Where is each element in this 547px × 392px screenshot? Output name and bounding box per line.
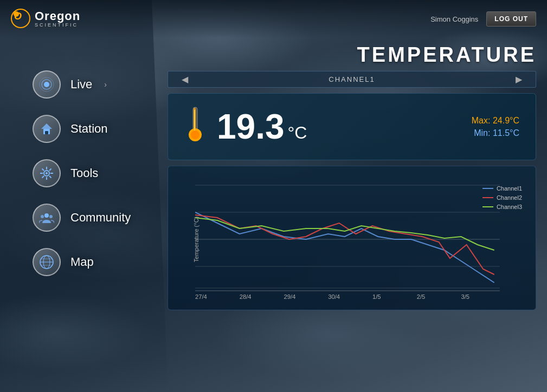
legend-line-channel3 [482,206,493,207]
community-label: Community [70,211,131,225]
temperature-value: 19.3 [217,109,285,144]
svg-line-14 [49,169,52,171]
channel-next-button[interactable]: ▶ [507,74,530,84]
legend-channel2: Channel2 [482,194,522,201]
header-right: Simon Coggins LOG OUT [430,11,536,27]
main-content: TEMPERATURE ◀ CHANNEL1 ▶ 19.3 °C Max: 24… [168,43,536,310]
svg-point-0 [44,82,49,87]
logout-button[interactable]: LOG OUT [486,11,536,27]
station-icon [33,115,61,143]
logo-text: Oregon SCIENTIFIC [35,10,80,28]
map-icon [33,248,61,276]
max-value: 24.9°C [493,116,519,125]
legend-channel1: Channel1 [482,185,522,192]
sidebar-item-tools[interactable]: Tools [33,159,163,187]
svg-line-15 [42,176,44,178]
temp-max: Max: 24.9°C [472,116,519,126]
chart-container: Temperature (°C) 30 25 20 15 10 27/4 28/… [168,166,536,310]
sidebar-item-live[interactable]: Live › [33,70,163,99]
svg-text:30/4: 30/4 [328,293,340,300]
brand-tagline: SCIENTIFIC [35,22,78,28]
temp-min: Min: 11.5°C [472,128,519,138]
svg-text:1/5: 1/5 [372,293,381,300]
temperature-chart: 30 25 20 15 10 27/4 28/4 29/4 30/4 1/5 2… [195,174,527,304]
svg-text:27/4: 27/4 [195,293,207,300]
svg-point-17 [41,215,44,218]
tools-icon [33,159,61,187]
live-label: Live [70,77,92,92]
svg-rect-28 [194,110,195,130]
user-name: Simon Coggins [430,15,478,23]
max-label: Max: [472,116,491,125]
y-axis-label: Temperature (°C) [193,217,200,262]
live-chevron: › [104,80,107,89]
svg-line-13 [49,176,52,178]
header: O Oregon SCIENTIFIC Simon Coggins LOG OU… [0,0,547,38]
min-label: Min: [474,128,490,138]
svg-text:3/5: 3/5 [461,293,469,300]
svg-point-27 [191,130,200,139]
legend-label-channel3: Channel3 [497,204,522,210]
legend-channel3: Channel3 [482,204,522,210]
legend-line-channel2 [482,197,493,198]
svg-point-7 [46,172,48,174]
chart-area: Temperature (°C) 30 25 20 15 10 27/4 28/… [195,174,527,304]
temperature-display: 19.3 °C [217,109,307,144]
logo-icon: O [11,9,30,28]
community-icon [33,204,61,232]
temperature-card: 19.3 °C Max: 24.9°C Min: 11.5°C [168,93,536,160]
legend-line-channel1 [482,188,493,189]
svg-rect-5 [45,131,48,134]
station-label: Station [70,122,108,136]
svg-marker-4 [41,123,52,129]
sidebar-item-map[interactable]: Map [33,248,163,276]
thermometer-icon [184,104,206,149]
svg-point-16 [44,213,49,218]
svg-line-12 [42,169,44,171]
svg-text:28/4: 28/4 [240,293,252,300]
svg-text:29/4: 29/4 [284,293,295,300]
temp-minmax: Max: 24.9°C Min: 11.5°C [472,116,519,138]
brand-name: Oregon [35,10,80,22]
min-value: 11.5°C [493,128,519,138]
tools-label: Tools [70,166,98,180]
temperature-unit: °C [288,123,307,143]
chart-legend: Channel1 Channel2 Channel3 [482,185,522,210]
sidebar-item-station[interactable]: Station [33,115,163,143]
svg-text:2/5: 2/5 [417,293,426,300]
navigation: Live › Station [0,70,163,276]
logo: O Oregon SCIENTIFIC [11,9,80,29]
section-title: TEMPERATURE [168,43,536,67]
legend-label-channel1: Channel1 [497,185,522,192]
live-icon [33,70,61,99]
channel-label: CHANNEL1 [196,75,507,83]
channel-selector: ◀ CHANNEL1 ▶ [168,71,536,88]
svg-point-18 [49,215,53,218]
sidebar-item-community[interactable]: Community [33,204,163,232]
legend-label-channel2: Channel2 [497,194,522,201]
channel-prev-button[interactable]: ◀ [173,74,196,84]
map-label: Map [70,255,94,269]
